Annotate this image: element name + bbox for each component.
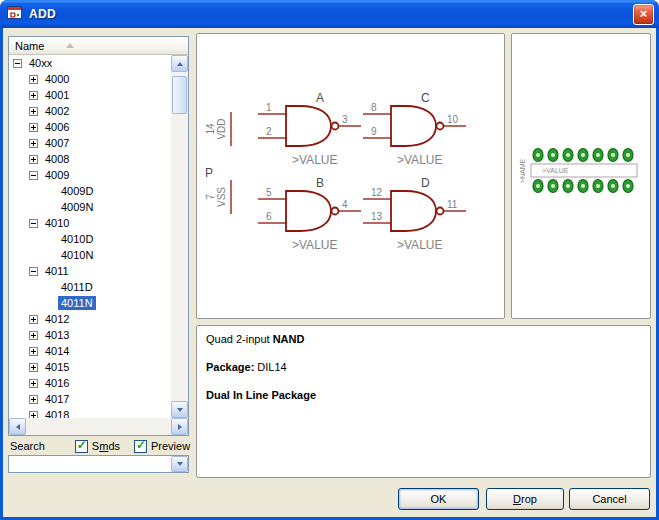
arrow-down-icon: [177, 462, 183, 466]
tree-item-4013[interactable]: 4013: [9, 327, 171, 343]
tree-item-4014[interactable]: 4014: [9, 343, 171, 359]
tree-item-label: 40xx: [26, 56, 55, 70]
tree-item-40xx[interactable]: 40xx: [9, 55, 171, 71]
vertical-scroll-thumb[interactable]: [172, 76, 187, 114]
preview-checkbox-label[interactable]: Preview: [151, 440, 190, 452]
pad-hole: [536, 184, 540, 188]
tree-item-4008[interactable]: 4008: [9, 151, 171, 167]
tree-item-4000[interactable]: 4000: [9, 71, 171, 87]
tree-item-4011D[interactable]: 4011D: [9, 279, 171, 295]
tree-item-4006[interactable]: 4006: [9, 119, 171, 135]
nand-gate-b: 5 6 4 B >VALUE: [258, 176, 361, 252]
scroll-down-button[interactable]: [171, 401, 188, 418]
svg-text:4: 4: [342, 199, 348, 210]
tree-item-label: 4009: [42, 168, 72, 182]
plus-expander-icon[interactable]: [29, 331, 38, 340]
nand-gate-d: 12 13 11 D >VALUE: [363, 176, 466, 252]
description-panel: Quad 2-input NAND Package: DIL14 Dual In…: [196, 325, 651, 478]
tree-item-label: 4010N: [58, 248, 96, 262]
tree-item-4009[interactable]: 4009: [9, 167, 171, 183]
plus-expander-icon[interactable]: [29, 107, 38, 116]
tree-item-4007[interactable]: 4007: [9, 135, 171, 151]
smds-checkbox-label[interactable]: Smds: [92, 440, 120, 452]
search-dropdown-button[interactable]: [171, 456, 188, 472]
tree-items: 40xx40004001400240064007400840094009D400…: [9, 55, 171, 418]
pad-hole: [611, 184, 615, 188]
plus-expander-icon[interactable]: [29, 91, 38, 100]
minus-expander-icon[interactable]: [29, 219, 38, 228]
tree-item-label: 4010: [42, 216, 72, 230]
plus-expander-icon[interactable]: [29, 395, 38, 404]
tree-item-4015[interactable]: 4015: [9, 359, 171, 375]
name-column-header[interactable]: Name: [9, 37, 188, 55]
window-icon: [7, 6, 23, 22]
tree-item-4010N[interactable]: 4010N: [9, 247, 171, 263]
svg-text:3: 3: [342, 114, 348, 125]
plus-expander-icon[interactable]: [29, 379, 38, 388]
plus-expander-icon[interactable]: [29, 155, 38, 164]
tree-item-4001[interactable]: 4001: [9, 87, 171, 103]
tree-item-4017[interactable]: 4017: [9, 391, 171, 407]
close-button[interactable]: ×: [633, 4, 654, 25]
vdd-pin-number: 14: [205, 123, 216, 135]
cancel-button[interactable]: Cancel: [569, 488, 650, 510]
tree-item-4016[interactable]: 4016: [9, 375, 171, 391]
search-options-row: Search Smds Preview: [10, 438, 190, 454]
vdd-pin-name: VDD: [216, 118, 227, 139]
svg-text:C: C: [421, 91, 430, 105]
svg-text:D: D: [421, 176, 430, 190]
smds-checkbox[interactable]: [75, 440, 88, 453]
tree-item-4010D[interactable]: 4010D: [9, 231, 171, 247]
tree-item-4011[interactable]: 4011: [9, 263, 171, 279]
svg-text:13: 13: [371, 211, 383, 222]
tree-item-label: 4010D: [58, 232, 96, 246]
svg-text:A: A: [316, 91, 324, 105]
svg-text:12: 12: [371, 187, 383, 198]
titlebar[interactable]: ADD ×: [0, 0, 659, 28]
arrow-left-icon: [16, 424, 20, 430]
tree-item-4009N[interactable]: 4009N: [9, 199, 171, 215]
ok-button[interactable]: OK: [398, 488, 479, 510]
tree-item-4010[interactable]: 4010: [9, 215, 171, 231]
pad-hole: [581, 153, 585, 157]
arrow-up-icon: [177, 62, 183, 66]
tree-item-4009D[interactable]: 4009D: [9, 183, 171, 199]
svg-text:>VALUE: >VALUE: [292, 153, 337, 167]
pad-hole: [566, 153, 570, 157]
plus-expander-icon[interactable]: [29, 75, 38, 84]
tree-item-4011N[interactable]: 4011N: [9, 295, 171, 311]
pad-hole: [536, 153, 540, 157]
svg-text:>VALUE: >VALUE: [397, 238, 442, 252]
package-value-label: >VALUE: [542, 167, 569, 174]
pad-hole: [566, 184, 570, 188]
add-dialog: ADD × Name 40xx4000400140024006400740084…: [0, 0, 659, 520]
tree-item-label: 4007: [42, 136, 72, 150]
tree-item-4012[interactable]: 4012: [9, 311, 171, 327]
plus-expander-icon[interactable]: [29, 411, 38, 419]
tree-horizontal-scrollbar[interactable]: [9, 418, 188, 435]
plus-expander-icon[interactable]: [29, 123, 38, 132]
tree-vertical-scrollbar[interactable]: [171, 55, 188, 418]
symbol-preview-panel: 14 VDD 7 VSS P 1 2 3 A >VAL: [196, 33, 505, 319]
preview-checkbox[interactable]: [134, 440, 147, 453]
nand-gate-c: 8 9 10 C >VALUE: [363, 91, 466, 167]
minus-expander-icon[interactable]: [29, 267, 38, 276]
name-column-label: Name: [15, 40, 44, 52]
svg-text:2: 2: [266, 126, 272, 137]
scroll-right-button[interactable]: [171, 418, 188, 435]
search-input[interactable]: [10, 457, 170, 471]
scroll-left-button[interactable]: [9, 418, 26, 435]
tree-item-label: 4006: [42, 120, 72, 134]
plus-expander-icon[interactable]: [29, 347, 38, 356]
plus-expander-icon[interactable]: [29, 363, 38, 372]
plus-expander-icon[interactable]: [29, 315, 38, 324]
drop-button[interactable]: Drop: [486, 488, 564, 510]
tree-item-4018[interactable]: 4018: [9, 407, 171, 418]
tree-item-4002[interactable]: 4002: [9, 103, 171, 119]
plus-expander-icon[interactable]: [29, 139, 38, 148]
scroll-up-button[interactable]: [171, 55, 188, 72]
svg-text:5: 5: [266, 187, 272, 198]
minus-expander-icon[interactable]: [29, 171, 38, 180]
svg-text:>VALUE: >VALUE: [292, 238, 337, 252]
minus-expander-icon[interactable]: [13, 59, 22, 68]
